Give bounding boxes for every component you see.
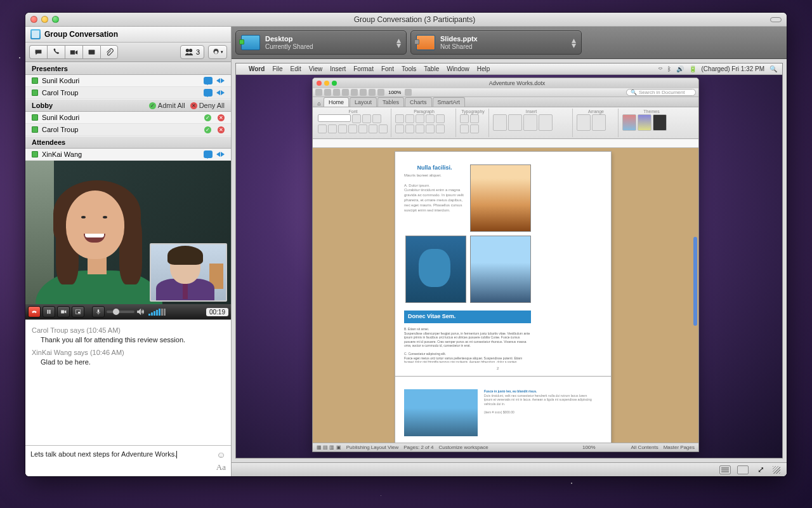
doc-heading: Nulla facilisi. [404,164,465,171]
zoom-label: 100% [388,90,401,95]
menu-item[interactable]: View [309,65,323,72]
compose-area[interactable]: Lets talk about next steps for Adventure… [25,445,231,476]
wifi-icon[interactable]: ⌔ [658,65,662,72]
self-video[interactable] [150,243,227,302]
qat-icon[interactable] [405,89,412,96]
toolbar-toggle-icon[interactable] [770,17,782,22]
video-button[interactable] [65,45,82,59]
fullscreen-button[interactable]: ⤢ [755,465,766,474]
pause-button[interactable] [43,306,55,318]
view-grid-button[interactable] [737,465,749,474]
qat-icon[interactable] [360,89,367,96]
lobby-row[interactable]: Sunil Koduri✓✕ [25,112,231,124]
sharing-icon[interactable] [216,90,225,95]
sharing-icon[interactable] [216,152,225,157]
im-button[interactable] [29,45,47,59]
ribbon-tab[interactable]: Layout [350,97,377,107]
attach-button[interactable] [100,45,118,59]
document-area[interactable]: Nulla facilisi. Mauris laoreet aliquet.A… [313,148,698,443]
ruler[interactable] [313,139,698,148]
doc-image [470,164,531,232]
menu-item[interactable]: Window [447,65,469,72]
compose-input[interactable]: Lets talk about next steps for Adventure… [30,450,213,472]
close-icon[interactable] [30,16,37,23]
home-icon[interactable]: ⌂ [315,100,323,107]
presenter-row[interactable]: Carol Troup [25,87,231,99]
ribbon-tab[interactable]: Tables [377,97,404,107]
participants-button[interactable]: 3 [180,45,204,59]
ribbon: Font Paragraph Typography Insert Arrange… [313,107,698,139]
ribbon-tab[interactable]: Charts [405,97,432,107]
menu-app[interactable]: Word [249,65,265,72]
ribbon-tabs: ⌂ Home Layout Tables Charts SmartArt [313,97,698,107]
menu-item[interactable]: Tools [402,65,416,72]
chat-icon[interactable] [204,150,213,158]
doc-text: Fusce in justo leo, eu blandit risus.Dui… [484,389,592,414]
share-slides-card[interactable]: Slides.pptxNot Shared ▴▾ [410,30,582,55]
ribbon-tab[interactable]: Home [324,97,349,107]
video-panel: 00:19 [25,161,231,319]
word-titlebar[interactable]: Adventure Works.dotx [313,78,698,88]
ribbon-tab[interactable]: SmartArt [433,97,466,107]
menu-item[interactable]: File [272,65,282,72]
attendee-row[interactable]: XinKai Wang [25,149,231,161]
qat-icon[interactable] [369,89,376,96]
spotlight-icon[interactable]: 🔍 [769,65,777,72]
window-footer: ⤢ [232,462,787,476]
svg-rect-8 [98,309,100,312]
emoji-button[interactable]: ☺ [216,450,225,460]
admit-button[interactable]: ✓ [204,114,211,121]
share-desktop-card[interactable]: DesktopCurrently Shared ▴▾ [235,30,407,55]
mic-volume-slider[interactable] [107,311,134,313]
camera-button[interactable] [57,306,70,318]
lobby-row[interactable]: Carol Troup✓✕ [25,124,231,136]
qat-icon[interactable] [333,89,340,96]
chat-icon[interactable] [204,77,213,84]
check-icon: ✓ [149,102,156,109]
pip-button[interactable] [72,306,84,318]
sharing-icon[interactable] [216,78,225,83]
deny-button[interactable]: ✕ [218,126,225,133]
hangup-button[interactable] [28,306,41,318]
resize-handle-icon[interactable] [773,466,780,474]
settings-button[interactable]: ▾ [208,45,227,59]
menu-item[interactable]: Edit [291,65,301,72]
word-search-input[interactable]: 🔍Search in Document [626,89,696,96]
zoom-icon[interactable] [52,16,59,23]
qat-icon[interactable] [377,89,384,96]
menu-item[interactable]: Table [424,65,439,72]
deny-button[interactable]: ✕ [218,114,225,121]
share-bar: DesktopCurrently Shared ▴▾ Slides.pptxNo… [232,27,787,59]
chat-icon[interactable] [204,89,213,97]
menu-item[interactable]: Insert [330,65,346,72]
traffic-lights [30,16,59,23]
qat-icon[interactable] [315,89,322,96]
mic-button[interactable] [92,306,105,318]
battery-icon[interactable]: 🔋 [689,65,697,72]
bluetooth-icon[interactable]: ᛒ [667,65,671,72]
qat-icon[interactable] [351,89,358,96]
admit-all-button[interactable]: ✓Admit All [149,102,185,109]
menu-item[interactable]: Help [477,65,490,72]
sidebar: Group Conversation 3 ▾ Presenters [25,27,232,476]
word-window[interactable]: Adventure Works.dotx 100% 🔍Search in Doc… [312,77,699,452]
deny-all-button[interactable]: ✕Deny All [190,102,225,109]
share-button[interactable] [82,45,100,59]
menu-item[interactable]: Format [353,65,374,72]
qat-icon[interactable] [324,89,331,96]
font-button[interactable]: Aa [216,462,226,472]
menu-item[interactable]: Font [381,65,394,72]
admit-button[interactable]: ✓ [204,126,211,133]
presenter-row[interactable]: Sunil Koduri [25,75,231,87]
minimize-icon[interactable] [41,16,48,23]
titlebar[interactable]: Group Conversation (3 Participants) [25,13,787,27]
volume-icon[interactable]: 🔊 [676,65,684,72]
view-buttons[interactable]: ▦ ▤ ▥ ▣ [317,444,341,450]
doc-text: B. Etiam sit amet.Suspendisse ullamcorpe… [404,327,531,363]
presence-icon [32,126,38,133]
gear-icon [212,48,220,57]
view-single-button[interactable] [719,465,731,474]
qat-icon[interactable] [342,89,349,96]
scrollbar[interactable] [693,237,697,326]
call-button[interactable] [47,45,65,59]
